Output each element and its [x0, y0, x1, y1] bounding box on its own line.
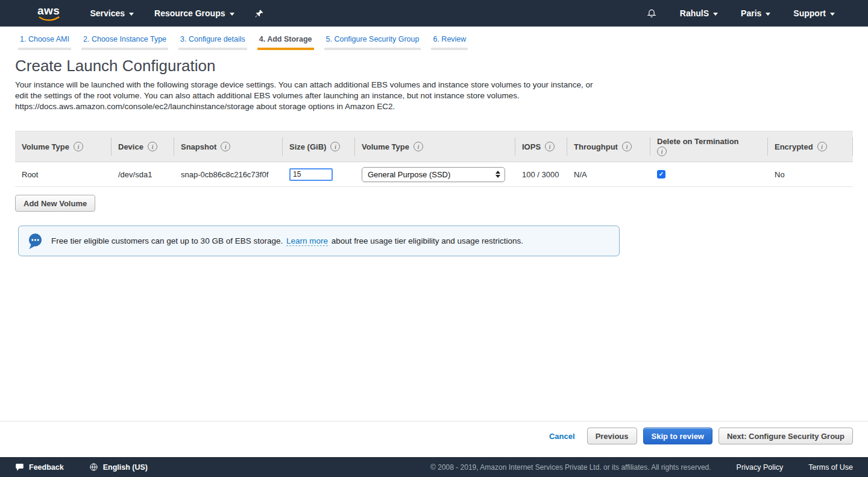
cell-size [283, 168, 355, 181]
feedback-label: Feedback [29, 463, 64, 472]
tab-add-storage[interactable]: 4. Add Storage [257, 35, 314, 50]
header-label: Delete on Termination [657, 137, 739, 146]
header-snapshot: Snapshot [174, 142, 283, 151]
language-label: English (US) [103, 463, 148, 472]
aws-logo[interactable]: aws [37, 5, 60, 22]
pushpin-icon [255, 9, 264, 18]
region-menu[interactable]: Paris [741, 8, 770, 18]
navbar-right: RahulS Paris Support [646, 8, 835, 19]
language-button[interactable]: English (US) [89, 463, 148, 472]
info-icon[interactable] [221, 142, 230, 151]
services-menu[interactable]: Services [90, 8, 134, 18]
copyright-text: © 2008 - 2019, Amazon Internet Services … [430, 463, 711, 472]
info-icon[interactable] [657, 147, 667, 156]
header-label: IOPS [522, 142, 541, 151]
header-encrypted: Encrypted [768, 142, 853, 151]
description-line: edit the settings of the root volume. Yo… [15, 90, 868, 101]
terms-of-use-link[interactable]: Terms of Use [808, 463, 853, 472]
header-label: Device [118, 142, 143, 151]
learn-more-link[interactable]: Learn more [286, 236, 328, 246]
header-label: Size (GiB) [289, 142, 326, 151]
header-volume-type-2: Volume Type [355, 142, 515, 151]
header-delete-on-termination: Delete on Termination [650, 137, 768, 156]
info-icon[interactable] [148, 142, 157, 151]
support-menu[interactable]: Support [793, 8, 835, 18]
chevron-down-icon [766, 13, 770, 16]
cell-encrypted: No [768, 170, 853, 179]
main-content: Create Launch Configuration Your instanc… [0, 50, 868, 421]
notifications-button[interactable] [646, 8, 657, 19]
header-throughput: Throughput [567, 142, 650, 151]
tab-choose-ami[interactable]: 1. Choose AMI [18, 35, 71, 50]
volume-type-select[interactable]: General Purpose (SSD) [362, 167, 505, 182]
support-label: Support [793, 8, 826, 18]
table-row: Root /dev/sda1 snap-0cb86c8c216c73f0f Ge… [15, 162, 853, 187]
table-header-row: Volume Type Device Snapshot Size (GiB) V… [15, 131, 853, 162]
page-description: Your instance will be launched with the … [15, 80, 868, 112]
cell-volume-type-select: General Purpose (SSD) [355, 167, 515, 182]
header-size-gib: Size (GiB) [283, 142, 355, 151]
feedback-button[interactable]: Feedback [15, 463, 64, 472]
chevron-down-icon [713, 13, 718, 16]
previous-button[interactable]: Previous [587, 428, 637, 444]
info-icon[interactable] [414, 142, 423, 151]
feedback-bubble-icon [15, 463, 24, 472]
free-tier-text: Free tier eligible customers can get up … [51, 236, 523, 245]
header-label: Volume Type [362, 142, 409, 151]
select-stepper-icon [495, 171, 500, 178]
pin-shortcut-button[interactable] [255, 9, 264, 18]
description-line: https://docs.aws.amazon.com/console/ec2/… [15, 101, 868, 112]
tab-review[interactable]: 6. Review [431, 35, 468, 50]
info-text-before: Free tier eligible customers can get up … [51, 236, 283, 245]
header-iops: IOPS [515, 142, 567, 151]
skip-to-review-button[interactable]: Skip to review [643, 428, 712, 444]
cell-iops: 100 / 3000 [515, 170, 567, 179]
chevron-down-icon [129, 13, 134, 16]
header-label: Volume Type [22, 142, 69, 151]
volume-type-selected-value: General Purpose (SSD) [368, 170, 450, 179]
storage-volumes-table: Volume Type Device Snapshot Size (GiB) V… [15, 131, 853, 187]
footer-right: © 2008 - 2019, Amazon Internet Services … [430, 463, 853, 472]
add-new-volume-button[interactable]: Add New Volume [15, 195, 95, 212]
tab-choose-instance-type[interactable]: 2. Choose Instance Type [81, 35, 168, 50]
info-icon[interactable] [622, 142, 632, 151]
globe-icon [89, 463, 98, 472]
next-configure-security-group-button[interactable]: Next: Configure Security Group [719, 428, 853, 444]
header-volume-type: Volume Type [15, 142, 112, 151]
privacy-policy-link[interactable]: Privacy Policy [737, 463, 784, 472]
footer: Feedback English (US) © 2008 - 2019, Ama… [0, 457, 868, 477]
chevron-down-icon [830, 13, 835, 16]
info-icon[interactable] [74, 142, 83, 151]
cancel-link[interactable]: Cancel [549, 432, 575, 441]
free-tier-info-box: Free tier eligible customers can get up … [18, 226, 620, 256]
tab-configure-security-group[interactable]: 5. Configure Security Group [324, 35, 421, 50]
description-line: Your instance will be launched with the … [15, 80, 868, 90]
top-navbar: aws Services Resource Groups RahulS [0, 0, 868, 27]
cell-delete-on-termination [650, 170, 768, 178]
tab-configure-details[interactable]: 3. Configure details [178, 35, 247, 50]
cell-device: /dev/sda1 [112, 170, 174, 179]
region-label: Paris [741, 8, 761, 18]
delete-on-termination-checkbox[interactable] [657, 170, 665, 178]
cell-throughput: N/A [567, 170, 650, 179]
wizard-tabbar: 1. Choose AMI 2. Choose Instance Type 3.… [0, 27, 868, 50]
header-label: Snapshot [181, 142, 216, 151]
header-label: Throughput [574, 142, 618, 151]
aws-swoosh-icon [38, 16, 60, 22]
info-icon[interactable] [817, 142, 827, 151]
info-icon[interactable] [330, 142, 340, 151]
info-icon[interactable] [545, 142, 555, 151]
chevron-down-icon [230, 13, 234, 16]
header-device: Device [112, 142, 174, 151]
wizard-actions-bar: Cancel Previous Skip to review Next: Con… [0, 421, 868, 457]
aws-logo-text: aws [37, 5, 60, 16]
info-text-after: about free usage tier eligibility and us… [332, 236, 523, 245]
user-menu[interactable]: RahulS [680, 8, 718, 18]
services-label: Services [90, 8, 125, 18]
cell-snapshot: snap-0cb86c8c216c73f0f [174, 170, 283, 179]
size-gib-input[interactable] [289, 168, 333, 181]
resource-groups-label: Resource Groups [154, 8, 225, 18]
bell-icon [646, 8, 657, 19]
speech-bubble-icon [27, 233, 43, 250]
resource-groups-menu[interactable]: Resource Groups [154, 8, 234, 18]
